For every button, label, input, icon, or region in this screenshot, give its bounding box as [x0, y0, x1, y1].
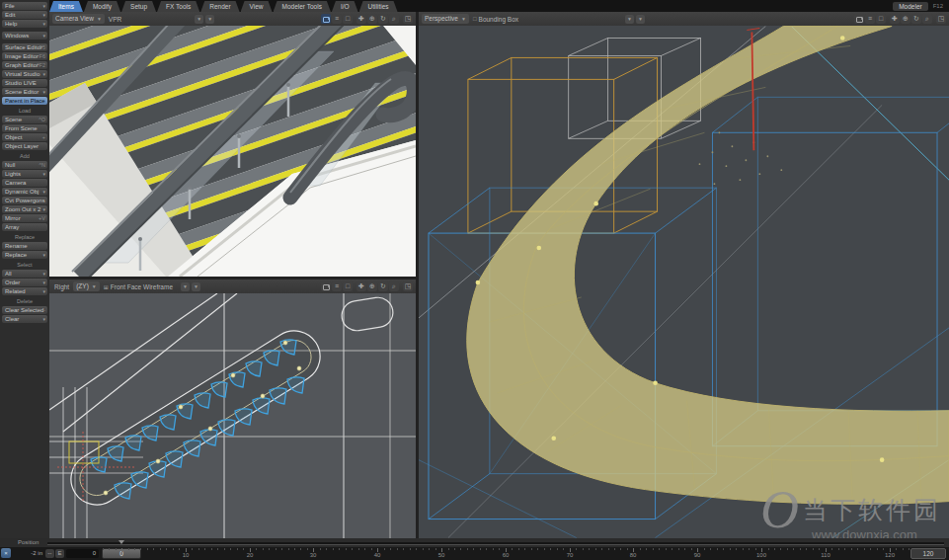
- viewport-camera-canvas[interactable]: [49, 26, 416, 277]
- snapshot-camera-icon[interactable]: [321, 14, 331, 24]
- sidebar-item-scene-editor[interactable]: Scene Editor▾: [2, 88, 47, 96]
- snapshot-camera-icon[interactable]: [854, 14, 864, 24]
- center-view-icon[interactable]: ✚: [890, 14, 900, 24]
- tick-label: 100: [751, 552, 771, 558]
- sidebar-item-select-all[interactable]: All▾: [2, 270, 47, 278]
- sidebar-item-add-camera[interactable]: Camera: [2, 179, 47, 187]
- pan-view-icon[interactable]: ⊕: [367, 14, 377, 24]
- zoom-view-icon[interactable]: ⌕: [389, 281, 399, 291]
- frame-ruler[interactable]: × -2 in ⇔ E 0 10 20 30 40 50 60 70 80 90…: [0, 547, 949, 560]
- sidebar-item-array[interactable]: Array: [2, 223, 47, 231]
- view-type-dropdown[interactable]: Camera View▼: [52, 14, 105, 24]
- tick-label: 30: [303, 552, 323, 558]
- viewport-right-canvas[interactable]: [49, 293, 416, 538]
- ruler-tick: [486, 548, 487, 550]
- sidebar-item-zoom-out-x2[interactable]: Zoom Out x 2▾: [2, 205, 47, 213]
- ruler-tick: [384, 548, 385, 550]
- tab-setup[interactable]: Setup: [121, 1, 156, 12]
- sidebar-item-add-null[interactable]: Null^N: [2, 161, 47, 169]
- tab-view[interactable]: View: [241, 1, 273, 12]
- view-type-dropdown[interactable]: Perspective▼: [422, 14, 469, 24]
- sidebar-item-windows[interactable]: Windows▾: [2, 32, 47, 40]
- current-frame-field[interactable]: 0: [66, 549, 99, 558]
- viewport-dropdown-1-icon[interactable]: ▼: [195, 15, 203, 24]
- axis-x-icon[interactable]: ×: [1, 548, 11, 558]
- tab-modeler-tools[interactable]: Modeler Tools: [274, 1, 331, 12]
- tab-modify[interactable]: Modify: [84, 1, 120, 12]
- ruler-tick: [506, 548, 507, 552]
- position-marker-icon[interactable]: [119, 540, 124, 544]
- display-mode-dropdown[interactable]: ⊞Front Face Wireframe: [104, 283, 173, 290]
- sidebar-item-object-layer[interactable]: Object Layer: [2, 142, 47, 150]
- dropdown-caret-icon: ▾: [42, 188, 45, 196]
- sidebar-item-file[interactable]: File▾: [2, 2, 47, 10]
- sidebar-item-replace[interactable]: Replace▾: [2, 251, 47, 259]
- sidebar-item-studio-live[interactable]: Studio LIVE: [2, 79, 47, 87]
- sidebar-item-dynamic-obj[interactable]: Dynamic Obj▾: [2, 188, 47, 196]
- tab-render[interactable]: Render: [200, 1, 239, 12]
- maximize-viewport-icon[interactable]: ◳: [936, 14, 946, 24]
- sidebar-item-load-scene[interactable]: Scene^O: [2, 116, 47, 123]
- axis-dropdown[interactable]: (ZY)▼: [73, 281, 100, 291]
- position-row: Position: [0, 538, 949, 547]
- rotate-view-icon[interactable]: ↻: [378, 281, 388, 291]
- rotate-view-icon[interactable]: ↻: [911, 14, 921, 24]
- maximize-viewport-icon[interactable]: ◳: [403, 14, 413, 24]
- zoom-view-icon[interactable]: ⌕: [389, 14, 399, 24]
- end-frame-field[interactable]: 120: [910, 548, 946, 559]
- lightwave-layout-window: { "window": {"modeler_button": "Modeler"…: [0, 0, 949, 560]
- display-mode-dropdown[interactable]: □Bounding Box: [473, 16, 518, 23]
- sidebar-item-graph-editor[interactable]: Graph Editor^F2: [2, 61, 47, 69]
- viewport-dropdown-2-icon[interactable]: ▼: [192, 282, 200, 291]
- tab-items[interactable]: Items: [49, 1, 83, 12]
- viewport-perspective-canvas[interactable]: O 当下软件园 www.downxia.com: [419, 26, 949, 538]
- viewport-menu-icon[interactable]: ≡: [865, 14, 875, 24]
- ruler-tick: [563, 548, 564, 550]
- viewport-dropdown-2-icon[interactable]: ▼: [636, 15, 645, 24]
- display-mode-dropdown[interactable]: VPR: [109, 16, 121, 23]
- sidebar-item-rename[interactable]: Rename: [2, 242, 47, 250]
- position-track[interactable]: [47, 542, 944, 545]
- pan-view-icon[interactable]: ⊕: [367, 281, 377, 291]
- maximize-viewport-icon[interactable]: ◳: [403, 281, 413, 291]
- sidebar-item-add-lights[interactable]: Lights▾: [2, 170, 47, 178]
- viewport-options-icon[interactable]: □: [343, 14, 353, 24]
- tab-io[interactable]: I/O: [332, 1, 358, 12]
- viewport-menu-icon[interactable]: ≡: [332, 14, 342, 24]
- sidebar-item-virtual-studio[interactable]: Virtual Studio▾: [2, 70, 47, 78]
- sidebar-item-image-editor[interactable]: Image EditorF6: [2, 52, 47, 60]
- center-view-icon[interactable]: ✚: [356, 281, 366, 291]
- sidebar-item-from-scene[interactable]: From Scene: [2, 124, 47, 132]
- viewport-dropdown-1-icon[interactable]: ▼: [181, 282, 190, 291]
- sidebar-item-select-order[interactable]: Order▾: [2, 279, 47, 286]
- sidebar-item-help[interactable]: Help▾: [2, 20, 47, 28]
- center-view-icon[interactable]: ✚: [356, 14, 366, 24]
- viewport-dropdown-1-icon[interactable]: ▼: [625, 15, 634, 24]
- sidebar-item-edit[interactable]: Edit▾: [2, 11, 47, 19]
- ruler-tick: [691, 548, 692, 550]
- zoom-view-icon[interactable]: ⌕: [922, 14, 932, 24]
- ruler-tick: [710, 548, 711, 550]
- sidebar-item-clear-selected[interactable]: Clear Selected-: [2, 306, 47, 314]
- sidebar-item-load-object[interactable]: Object+: [2, 133, 47, 141]
- pan-view-icon[interactable]: ⊕: [901, 14, 910, 24]
- tab-fx-tools[interactable]: FX Tools: [157, 1, 199, 12]
- snapshot-camera-icon[interactable]: [321, 281, 331, 291]
- viewport-options-icon[interactable]: □: [876, 14, 886, 24]
- sidebar-item-clear[interactable]: Clear▾: [2, 315, 47, 323]
- ruler-tick: [723, 548, 724, 550]
- sidebar-item-select-related[interactable]: Related▾: [2, 287, 47, 295]
- viewport-menu-icon[interactable]: ≡: [332, 281, 342, 291]
- nudge-button[interactable]: ⇔: [45, 549, 54, 558]
- modeler-switch-button[interactable]: Modeler: [893, 2, 927, 11]
- sidebar-item-parent-in-place[interactable]: Parent in Place: [2, 97, 47, 105]
- viewport-dropdown-2-icon[interactable]: ▼: [205, 15, 214, 24]
- sidebar-item-surface-editor[interactable]: Surface EditorF5: [2, 43, 47, 51]
- grid-units-value: -2 in: [13, 550, 42, 556]
- rotate-view-icon[interactable]: ↻: [378, 14, 388, 24]
- sidebar-item-mirror[interactable]: Mirror+V: [2, 214, 47, 222]
- tab-utilities[interactable]: Utilities: [359, 1, 398, 12]
- sidebar-item-cvt-powergons[interactable]: Cvt Powergons: [2, 197, 47, 204]
- envelope-button[interactable]: E: [55, 549, 64, 558]
- viewport-options-icon[interactable]: □: [343, 281, 353, 291]
